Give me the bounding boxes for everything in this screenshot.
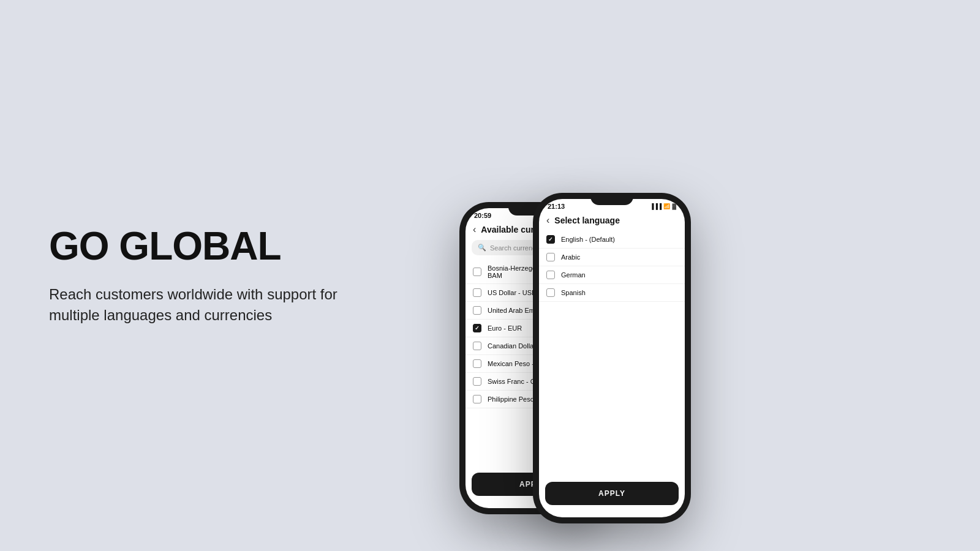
signal-icon-2: ▐▐▐ <box>650 203 662 209</box>
language-label-0: English - (Default) <box>561 236 677 243</box>
search-icon-1: 🔍 <box>478 244 486 252</box>
screen-header-2: ‹ Select language <box>539 211 685 231</box>
status-icons-2: ▐▐▐ 📶 ▓ <box>650 203 676 209</box>
language-label-1: Arabic <box>561 253 677 261</box>
phone2-content: ‹ Select language English - (Default)Ara… <box>539 211 685 511</box>
language-item-1[interactable]: Arabic <box>539 249 685 266</box>
language-checkbox-1[interactable] <box>546 253 555 261</box>
currency-checkbox-2[interactable] <box>473 306 481 315</box>
currency-checkbox-4[interactable] <box>473 342 481 350</box>
language-item-0[interactable]: English - (Default) <box>539 231 685 249</box>
right-section: 20:59 ▐▐▐ 📶 ▓ ‹ Available currencies 🔍 S… <box>429 0 980 551</box>
currency-checkbox-0[interactable] <box>473 268 481 276</box>
language-label-3: Spanish <box>561 289 677 296</box>
currency-checkbox-7[interactable] <box>473 395 481 403</box>
currency-checkbox-5[interactable] <box>473 359 481 368</box>
subtext: Reach customers worldwide with support f… <box>49 284 380 325</box>
language-checkbox-0[interactable] <box>546 235 555 244</box>
phone-screen-2: 21:13 ▐▐▐ 📶 ▓ ‹ Select language English … <box>539 199 685 517</box>
language-label-2: German <box>561 271 677 279</box>
phone-language: 21:13 ▐▐▐ 📶 ▓ ‹ Select language English … <box>533 193 691 523</box>
status-time-2: 21:13 <box>548 203 565 210</box>
screen-title-2: Select language <box>554 216 620 225</box>
back-button-2[interactable]: ‹ <box>546 215 549 226</box>
headline: GO GLOBAL <box>49 226 380 267</box>
language-item-2[interactable]: German <box>539 266 685 284</box>
currency-checkbox-3[interactable] <box>473 324 481 332</box>
language-checkbox-3[interactable] <box>546 288 555 297</box>
status-time-1: 20:59 <box>474 212 491 219</box>
currency-checkbox-1[interactable] <box>473 288 481 297</box>
apply-button-2[interactable]: APPLY <box>545 482 679 505</box>
phone-notch-2 <box>590 193 633 205</box>
back-button-1[interactable]: ‹ <box>473 224 476 235</box>
left-section: GO GLOBAL Reach customers worldwide with… <box>0 226 429 325</box>
battery-icon-2: ▓ <box>672 203 676 209</box>
language-list: English - (Default)ArabicGermanSpanish <box>539 231 685 302</box>
wifi-icon-2: 📶 <box>663 203 670 209</box>
language-item-3[interactable]: Spanish <box>539 284 685 302</box>
language-checkbox-2[interactable] <box>546 271 555 279</box>
currency-checkbox-6[interactable] <box>473 377 481 386</box>
